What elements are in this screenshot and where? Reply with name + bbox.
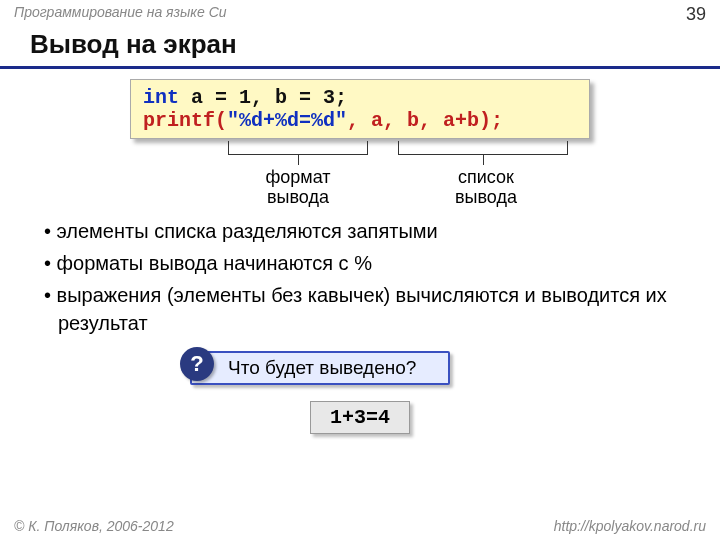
bullet-item: выражения (элементы без кавычек) вычисля…: [30, 281, 700, 337]
footer-url: http://kpolyakov.narod.ru: [554, 518, 706, 534]
question-mark-icon: ?: [180, 347, 214, 381]
copyright: © К. Поляков, 2006-2012: [14, 518, 174, 534]
bullet-list: элементы списка разделяются запятыми фор…: [30, 217, 700, 337]
page-number: 39: [686, 4, 706, 25]
label-list: списоквывода: [426, 167, 546, 207]
annotation-area: форматвывода списоквывода: [130, 139, 590, 211]
footer: © К. Поляков, 2006-2012 http://kpolyakov…: [0, 518, 720, 534]
header-strip: Программирование на языке Си 39: [0, 0, 720, 27]
question-box: ? Что будет выведено?: [190, 351, 450, 385]
bullet-item: элементы списка разделяются запятыми: [30, 217, 700, 245]
result-box: 1+3=4: [310, 401, 410, 434]
code-box: int a = 1, b = 3; printf("%d+%d=%d", a, …: [130, 79, 590, 139]
slide-title: Вывод на экран: [0, 27, 720, 69]
keyword-int: int: [143, 86, 179, 109]
printf-args: , a, b, a+b);: [347, 109, 503, 132]
course-label: Программирование на языке Си: [14, 4, 227, 25]
bracket-format: [228, 141, 368, 155]
label-format: форматвывода: [238, 167, 358, 207]
code-line1: a = 1, b = 3;: [179, 86, 347, 109]
fn-printf: printf(: [143, 109, 227, 132]
question-text: Что будет выведено?: [228, 357, 416, 378]
bullet-item: форматы вывода начинаются с %: [30, 249, 700, 277]
format-string: "%d+%d=%d": [227, 109, 347, 132]
bracket-list: [398, 141, 568, 155]
